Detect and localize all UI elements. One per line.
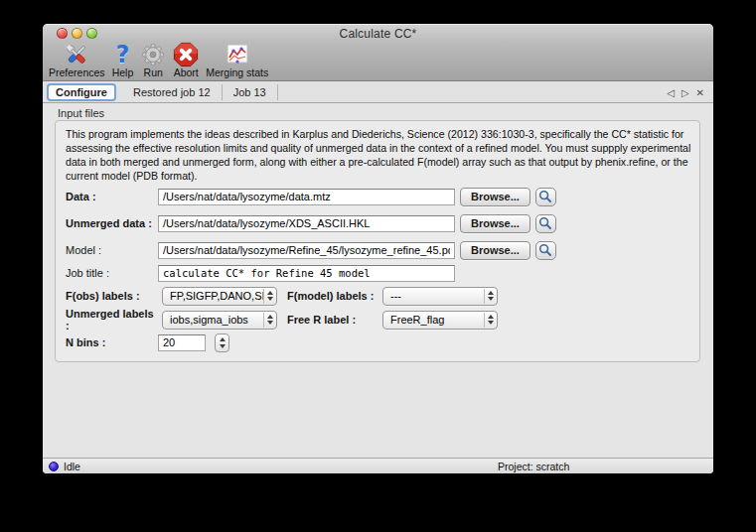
merging-stats-button[interactable]: Merging stats xyxy=(206,41,268,78)
input-files-section-label: Input files xyxy=(58,107,104,119)
model-field-label: Model : xyxy=(66,244,158,256)
job-title-input[interactable] xyxy=(158,265,455,282)
unmerged-data-inspect-button[interactable] xyxy=(535,214,556,233)
merging-stats-label: Merging stats xyxy=(206,67,268,78)
preferences-label: Preferences xyxy=(49,67,105,78)
status-bar: Idle Project: scratch xyxy=(43,458,713,473)
unmerged-data-field-label: Unmerged data : xyxy=(66,217,158,229)
tab-bar: Configure Restored job 12 Job 13 ◁ ▷ ✕ xyxy=(43,81,713,103)
model-inspect-button[interactable] xyxy=(535,241,556,260)
abort-stop-icon xyxy=(173,42,199,67)
run-button[interactable]: Run xyxy=(140,41,166,78)
merging-stats-chart-icon xyxy=(226,42,249,67)
fobs-labels-value: FP,SIGFP,DANO,SI... xyxy=(163,290,263,302)
model-path-input[interactable] xyxy=(158,242,455,259)
input-files-groupbox: This program implements the ideas descri… xyxy=(55,120,700,362)
magnifier-icon xyxy=(538,190,552,203)
app-window: Calculate CC* Preference xyxy=(43,24,713,473)
fobs-labels-dropdown[interactable]: FP,SIGFP,DANO,SI... xyxy=(162,287,277,306)
status-text: Idle xyxy=(64,461,80,472)
unmerged-labels-field-label: Unmerged labels : xyxy=(66,308,158,332)
tab-configure[interactable]: Configure xyxy=(47,83,116,101)
unmerged-data-path-input[interactable] xyxy=(158,215,455,232)
data-browse-button[interactable]: Browse... xyxy=(460,188,530,206)
magnifier-icon xyxy=(538,216,552,230)
n-bins-stepper[interactable] xyxy=(215,333,229,352)
data-field-label: Data : xyxy=(66,191,158,202)
run-gear-icon xyxy=(140,42,166,67)
dropdown-arrows-icon xyxy=(263,313,276,328)
dropdown-arrows-icon xyxy=(484,313,497,328)
fmodel-labels-dropdown[interactable]: --- xyxy=(382,287,498,306)
project-label: Project: scratch xyxy=(498,461,569,472)
magnifier-icon xyxy=(538,243,552,257)
free-r-label-value: FreeR_flag xyxy=(383,314,484,326)
configure-panel: Input files This program implements the … xyxy=(43,104,713,458)
abort-label: Abort xyxy=(174,67,199,78)
tab-close-button[interactable]: ✕ xyxy=(696,87,704,98)
free-r-label-field-label: Free R label : xyxy=(287,314,378,326)
window-title: Calculate CC* xyxy=(340,27,417,41)
n-bins-field-label: N bins : xyxy=(66,336,158,348)
minimize-window-button[interactable] xyxy=(72,28,82,39)
unmerged-labels-dropdown[interactable]: iobs,sigma_iobs xyxy=(162,311,277,330)
close-window-button[interactable] xyxy=(57,28,68,39)
data-path-input[interactable] xyxy=(158,189,455,205)
help-button[interactable]: ? Help xyxy=(112,41,134,78)
status-indicator-icon xyxy=(49,462,59,471)
fobs-labels-field-label: F(obs) labels : xyxy=(66,290,158,302)
help-label: Help xyxy=(112,67,134,78)
dropdown-arrows-icon xyxy=(484,289,497,304)
help-question-icon: ? xyxy=(115,42,129,67)
title-bar[interactable]: Calculate CC* xyxy=(43,24,713,42)
abort-button[interactable]: Abort xyxy=(173,41,199,78)
program-description: This program implements the ideas descri… xyxy=(66,127,691,183)
tab-scroll-left-button[interactable]: ◁ xyxy=(667,87,675,98)
job-title-field-label: Job title : xyxy=(66,267,158,279)
tab-scroll-right-button[interactable]: ▷ xyxy=(681,87,689,98)
free-r-label-dropdown[interactable]: FreeR_flag xyxy=(382,311,498,330)
fmodel-labels-value: --- xyxy=(383,290,484,302)
preferences-button[interactable]: Preferences xyxy=(49,41,105,78)
data-inspect-button[interactable] xyxy=(535,188,556,206)
tab-restored-job-12[interactable]: Restored job 12 xyxy=(122,84,223,100)
zoom-window-button[interactable] xyxy=(86,28,97,39)
dropdown-arrows-icon xyxy=(263,289,276,304)
tab-job-13[interactable]: Job 13 xyxy=(223,84,278,100)
unmerged-labels-value: iobs,sigma_iobs xyxy=(163,314,263,326)
model-browse-button[interactable]: Browse... xyxy=(460,241,530,260)
unmerged-data-browse-button[interactable]: Browse... xyxy=(460,214,530,233)
n-bins-input[interactable] xyxy=(158,334,206,351)
preferences-tools-icon xyxy=(63,42,90,67)
run-label: Run xyxy=(144,67,163,78)
fmodel-labels-field-label: F(model) labels : xyxy=(287,290,378,302)
toolbar: Preferences ? Help xyxy=(43,42,713,81)
